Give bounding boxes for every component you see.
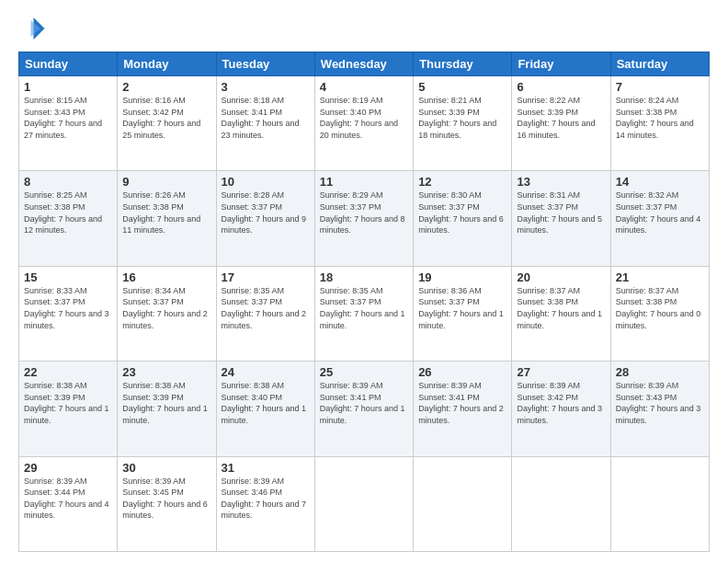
calendar-cell: 16 Sunrise: 8:34 AMSunset: 3:37 PMDaylig… — [118, 266, 216, 361]
day-info: Sunrise: 8:39 AMSunset: 3:42 PMDaylight:… — [517, 380, 605, 426]
calendar-week-3: 15 Sunrise: 8:33 AMSunset: 3:37 PMDaylig… — [19, 266, 710, 361]
calendar-cell — [414, 456, 512, 551]
day-info: Sunrise: 8:32 AMSunset: 3:37 PMDaylight:… — [616, 190, 704, 236]
calendar-cell: 15 Sunrise: 8:33 AMSunset: 3:37 PMDaylig… — [19, 266, 118, 361]
calendar-cell — [512, 456, 610, 551]
calendar-cell: 17 Sunrise: 8:35 AMSunset: 3:37 PMDaylig… — [216, 266, 314, 361]
day-number: 19 — [418, 270, 506, 284]
calendar-cell: 26 Sunrise: 8:39 AMSunset: 3:41 PMDaylig… — [414, 362, 512, 456]
calendar-cell — [314, 456, 413, 551]
day-number: 29 — [24, 461, 112, 475]
calendar-cell: 22 Sunrise: 8:38 AMSunset: 3:39 PMDaylig… — [19, 362, 118, 456]
day-info: Sunrise: 8:38 AMSunset: 3:40 PMDaylight:… — [222, 380, 310, 426]
calendar-cell: 29 Sunrise: 8:39 AMSunset: 3:44 PMDaylig… — [19, 456, 118, 551]
day-number: 16 — [122, 270, 210, 284]
day-number: 3 — [222, 80, 310, 94]
day-number: 28 — [616, 365, 704, 379]
day-info: Sunrise: 8:19 AMSunset: 3:40 PMDaylight:… — [320, 95, 408, 141]
calendar-week-5: 29 Sunrise: 8:39 AMSunset: 3:44 PMDaylig… — [19, 456, 710, 551]
calendar-cell: 30 Sunrise: 8:39 AMSunset: 3:45 PMDaylig… — [118, 456, 216, 551]
calendar-cell: 2 Sunrise: 8:16 AMSunset: 3:42 PMDayligh… — [118, 76, 216, 171]
calendar-cell: 21 Sunrise: 8:37 AMSunset: 3:38 PMDaylig… — [610, 266, 709, 361]
day-number: 23 — [122, 365, 210, 379]
calendar-cell: 27 Sunrise: 8:39 AMSunset: 3:42 PMDaylig… — [512, 362, 610, 456]
day-number: 11 — [320, 175, 408, 189]
day-header-friday: Friday — [512, 52, 610, 76]
day-number: 1 — [24, 80, 112, 94]
calendar-cell: 14 Sunrise: 8:32 AMSunset: 3:37 PMDaylig… — [610, 171, 709, 266]
calendar-cell: 7 Sunrise: 8:24 AMSunset: 3:38 PMDayligh… — [610, 76, 709, 171]
logo-icon — [18, 15, 46, 42]
calendar-cell: 6 Sunrise: 8:22 AMSunset: 3:39 PMDayligh… — [512, 76, 610, 171]
day-info: Sunrise: 8:37 AMSunset: 3:38 PMDaylight:… — [517, 285, 605, 331]
day-number: 30 — [122, 461, 210, 475]
day-info: Sunrise: 8:39 AMSunset: 3:41 PMDaylight:… — [418, 380, 506, 426]
day-number: 22 — [24, 365, 112, 379]
day-info: Sunrise: 8:22 AMSunset: 3:39 PMDaylight:… — [517, 95, 605, 141]
day-number: 4 — [320, 80, 408, 94]
calendar-week-4: 22 Sunrise: 8:38 AMSunset: 3:39 PMDaylig… — [19, 362, 710, 456]
day-header-tuesday: Tuesday — [216, 52, 314, 76]
day-info: Sunrise: 8:26 AMSunset: 3:38 PMDaylight:… — [122, 190, 210, 236]
calendar-cell: 11 Sunrise: 8:29 AMSunset: 3:37 PMDaylig… — [314, 171, 413, 266]
day-number: 26 — [418, 365, 506, 379]
day-info: Sunrise: 8:38 AMSunset: 3:39 PMDaylight:… — [122, 380, 210, 426]
calendar-cell: 5 Sunrise: 8:21 AMSunset: 3:39 PMDayligh… — [414, 76, 512, 171]
calendar-cell: 8 Sunrise: 8:25 AMSunset: 3:38 PMDayligh… — [19, 171, 118, 266]
calendar-cell: 4 Sunrise: 8:19 AMSunset: 3:40 PMDayligh… — [314, 76, 413, 171]
day-number: 7 — [616, 80, 704, 94]
day-number: 25 — [320, 365, 408, 379]
day-number: 17 — [222, 270, 310, 284]
calendar-cell: 23 Sunrise: 8:38 AMSunset: 3:39 PMDaylig… — [118, 362, 216, 456]
day-number: 20 — [517, 270, 605, 284]
day-number: 13 — [517, 175, 605, 189]
day-number: 9 — [122, 175, 210, 189]
day-info: Sunrise: 8:30 AMSunset: 3:37 PMDaylight:… — [418, 190, 506, 236]
day-info: Sunrise: 8:34 AMSunset: 3:37 PMDaylight:… — [122, 285, 210, 331]
day-header-monday: Monday — [118, 52, 216, 76]
calendar-cell: 9 Sunrise: 8:26 AMSunset: 3:38 PMDayligh… — [118, 171, 216, 266]
day-info: Sunrise: 8:29 AMSunset: 3:37 PMDaylight:… — [320, 190, 408, 236]
header — [18, 15, 710, 42]
day-number: 2 — [122, 80, 210, 94]
day-info: Sunrise: 8:31 AMSunset: 3:37 PMDaylight:… — [517, 190, 605, 236]
calendar-week-2: 8 Sunrise: 8:25 AMSunset: 3:38 PMDayligh… — [19, 171, 710, 266]
calendar-table: SundayMondayTuesdayWednesdayThursdayFrid… — [18, 52, 710, 552]
calendar-cell: 3 Sunrise: 8:18 AMSunset: 3:41 PMDayligh… — [216, 76, 314, 171]
day-number: 6 — [517, 80, 605, 94]
day-info: Sunrise: 8:39 AMSunset: 3:41 PMDaylight:… — [320, 380, 408, 426]
day-info: Sunrise: 8:35 AMSunset: 3:37 PMDaylight:… — [320, 285, 408, 331]
day-info: Sunrise: 8:24 AMSunset: 3:38 PMDaylight:… — [616, 95, 704, 141]
calendar-cell — [610, 456, 709, 551]
calendar-cell: 19 Sunrise: 8:36 AMSunset: 3:37 PMDaylig… — [414, 266, 512, 361]
day-number: 5 — [418, 80, 506, 94]
page: SundayMondayTuesdayWednesdayThursdayFrid… — [0, 0, 728, 563]
day-info: Sunrise: 8:39 AMSunset: 3:46 PMDaylight:… — [222, 476, 310, 522]
day-info: Sunrise: 8:38 AMSunset: 3:39 PMDaylight:… — [24, 380, 112, 426]
calendar-cell: 10 Sunrise: 8:28 AMSunset: 3:37 PMDaylig… — [216, 171, 314, 266]
calendar-week-1: 1 Sunrise: 8:15 AMSunset: 3:43 PMDayligh… — [19, 76, 710, 171]
calendar-cell: 13 Sunrise: 8:31 AMSunset: 3:37 PMDaylig… — [512, 171, 610, 266]
calendar-cell: 20 Sunrise: 8:37 AMSunset: 3:38 PMDaylig… — [512, 266, 610, 361]
day-header-thursday: Thursday — [414, 52, 512, 76]
day-header-wednesday: Wednesday — [314, 52, 413, 76]
day-info: Sunrise: 8:21 AMSunset: 3:39 PMDaylight:… — [418, 95, 506, 141]
day-info: Sunrise: 8:39 AMSunset: 3:43 PMDaylight:… — [616, 380, 704, 426]
day-number: 14 — [616, 175, 704, 189]
day-info: Sunrise: 8:37 AMSunset: 3:38 PMDaylight:… — [616, 285, 704, 331]
day-header-saturday: Saturday — [610, 52, 709, 76]
day-number: 21 — [616, 270, 704, 284]
day-info: Sunrise: 8:39 AMSunset: 3:45 PMDaylight:… — [122, 476, 210, 522]
day-info: Sunrise: 8:35 AMSunset: 3:37 PMDaylight:… — [222, 285, 310, 331]
day-info: Sunrise: 8:39 AMSunset: 3:44 PMDaylight:… — [24, 476, 112, 522]
day-number: 12 — [418, 175, 506, 189]
calendar-cell: 1 Sunrise: 8:15 AMSunset: 3:43 PMDayligh… — [19, 76, 118, 171]
day-info: Sunrise: 8:15 AMSunset: 3:43 PMDaylight:… — [24, 95, 112, 141]
calendar-cell: 28 Sunrise: 8:39 AMSunset: 3:43 PMDaylig… — [610, 362, 709, 456]
day-info: Sunrise: 8:33 AMSunset: 3:37 PMDaylight:… — [24, 285, 112, 331]
calendar-cell: 12 Sunrise: 8:30 AMSunset: 3:37 PMDaylig… — [414, 171, 512, 266]
day-number: 15 — [24, 270, 112, 284]
day-number: 18 — [320, 270, 408, 284]
calendar-cell: 18 Sunrise: 8:35 AMSunset: 3:37 PMDaylig… — [314, 266, 413, 361]
logo — [18, 15, 50, 42]
